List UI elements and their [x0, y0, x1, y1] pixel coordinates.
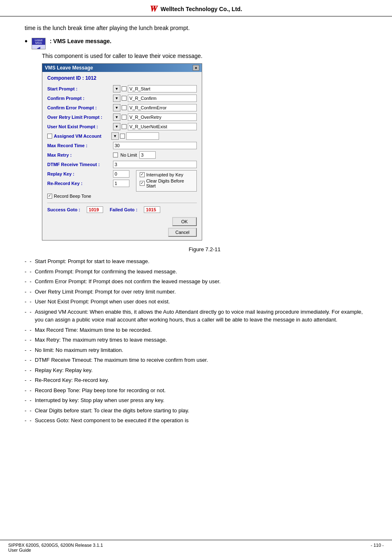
user-not-exist-controls: ▼	[113, 123, 197, 130]
list-item-2: -Confirm Error Prompt: If Prompt does no…	[25, 278, 367, 286]
list-item-4: -User Not Exist Prompt: Prompt when user…	[25, 298, 367, 306]
max-record-input[interactable]	[113, 142, 197, 149]
user-not-exist-dropdown[interactable]: ▼	[113, 123, 120, 130]
dialog-buttons: OK Cancel	[47, 217, 197, 237]
start-prompt-checkbox[interactable]	[122, 86, 127, 91]
success-goto-label: Success Goto :	[47, 207, 80, 212]
over-retry-checkbox[interactable]	[122, 115, 127, 120]
over-retry-row: Over Retry Limit Prompt : ▼	[47, 113, 197, 121]
footer-left: SIPPBX 6200S, 6200GS, 6200N Release 3.1.…	[8, 543, 103, 553]
list-item-11: -Re-Record Key: Re-record key.	[25, 376, 367, 384]
over-retry-dropdown[interactable]: ▼	[113, 113, 120, 121]
record-beep-checkbox[interactable]	[47, 194, 52, 199]
confirm-prompt-dropdown[interactable]: ▼	[113, 95, 120, 102]
record-beep-row: Record Beep Tone	[47, 194, 197, 199]
interrupted-row: Interrupted by Key	[140, 172, 193, 177]
start-prompt-dropdown[interactable]: ▼	[113, 85, 120, 92]
cancel-button[interactable]: Cancel	[168, 228, 197, 237]
confirm-prompt-controls: ▼	[113, 95, 197, 102]
interrupted-label: Interrupted by Key	[146, 172, 183, 177]
list-item-0: -Start Prompt: Prompt for start to leave…	[25, 257, 367, 266]
list-item-15: -Success Goto: Next component to be exec…	[25, 416, 367, 425]
header-title: Welltech Technology Co., Ltd.	[161, 6, 242, 12]
confirm-prompt-row: Confirm Prompt : ▼	[47, 95, 197, 102]
assigned-vm-input[interactable]	[126, 132, 159, 140]
list-item-6: -Max Record Time: Maximum time to be rec…	[25, 326, 367, 334]
ok-button[interactable]: OK	[172, 217, 197, 226]
confirm-error-row: Confirm Error Prompt : ▼	[47, 104, 197, 111]
vms-label: : VMS Leave message.	[50, 38, 111, 44]
over-retry-input[interactable]	[128, 113, 197, 121]
assigned-vm-row: Assigned VM Account ▼	[47, 132, 197, 140]
assigned-vm-dropdown[interactable]: ▼	[111, 132, 119, 140]
intro-text: time is the lunch break time after playi…	[25, 25, 367, 31]
close-button[interactable]: ×	[193, 65, 199, 71]
list-item-1: -Confirm Prompt: Prompt for confirming t…	[25, 268, 367, 276]
max-record-row: Max Record Time :	[47, 142, 197, 149]
footer-product: SIPPBX 6200S, 6200GS, 6200N Release 3.1.…	[8, 543, 103, 548]
no-limit-checkbox[interactable]	[113, 153, 118, 157]
confirm-prompt-label: Confirm Prompt :	[47, 96, 113, 101]
replay-section: Replay Key : Re-Record Key : Interrupted…	[47, 170, 197, 192]
confirm-error-dropdown[interactable]: ▼	[113, 104, 120, 111]
assigned-vm-controls: ▼	[111, 132, 159, 140]
dtmf-input[interactable]	[113, 161, 197, 168]
confirm-error-label: Confirm Error Prompt :	[47, 105, 113, 110]
goto-row: Success Goto : 1019 Failed Goto : 1015	[47, 206, 197, 213]
clear-digits-row: Clear Digits Before Start	[140, 178, 193, 188]
user-not-exist-input[interactable]	[128, 123, 197, 130]
bullet-section: • LeaveMSG ◄ : VMS Leave message.	[25, 38, 367, 49]
footer-guide: User Guide	[8, 548, 103, 553]
list-item-12: -Record Beep Tone: Play beep tone for re…	[25, 386, 367, 395]
over-retry-label: Over Retry Limit Prompt :	[47, 115, 113, 120]
page-footer: SIPPBX 6200S, 6200GS, 6200N Release 3.1.…	[0, 540, 392, 555]
clear-digits-checkbox[interactable]	[140, 181, 145, 186]
figure-caption: Figure 7.2-11	[42, 246, 367, 252]
logo-icon: 𝑾	[150, 4, 157, 14]
confirm-error-checkbox[interactable]	[122, 105, 127, 110]
confirm-prompt-checkbox[interactable]	[122, 96, 127, 101]
replay-row: Replay Key :	[47, 170, 129, 178]
dialog-title: VMS Leave Message	[45, 65, 93, 71]
confirm-error-input[interactable]	[128, 104, 197, 111]
component-desc: This component is used for caller to lea…	[42, 53, 367, 59]
max-retry-row: Max Retry : No Limit	[47, 151, 197, 159]
interrupted-checkbox[interactable]	[140, 172, 145, 177]
max-retry-controls: No Limit	[113, 151, 156, 159]
dtmf-row: DTMF Receive Timeout :	[47, 161, 197, 168]
dtmf-label: DTMF Receive Timeout :	[47, 162, 113, 167]
start-prompt-input[interactable]	[128, 85, 197, 92]
failed-goto-value: 1015	[144, 206, 160, 213]
failed-goto-label: Failed Goto :	[110, 207, 137, 212]
max-record-label: Max Record Time :	[47, 143, 113, 148]
list-item-8: -No limit: No maximum retry limitation.	[25, 346, 367, 354]
rerecord-input[interactable]	[113, 180, 129, 187]
success-goto-value: 1019	[87, 206, 103, 213]
user-not-exist-row: User Not Exist Prompt : ▼	[47, 123, 197, 130]
assigned-vm-label: Assigned VM Account	[54, 134, 111, 139]
user-not-exist-checkbox[interactable]	[122, 124, 127, 129]
assigned-vm-inner-checkbox[interactable]	[120, 134, 125, 139]
user-not-exist-label: User Not Exist Prompt :	[47, 124, 113, 129]
replay-input[interactable]	[113, 170, 129, 178]
footer-page: - 110 -	[371, 543, 384, 553]
start-prompt-controls: ▼	[113, 85, 197, 92]
replay-label: Replay Key :	[47, 171, 113, 176]
rerecord-row: Re-Record Key :	[47, 180, 129, 187]
assigned-vm-checkbox[interactable]	[47, 134, 52, 139]
form-divider	[47, 203, 197, 203]
start-prompt-label: Start Prompt :	[47, 86, 113, 91]
options-box: Interrupted by Key Clear Digits Before S…	[136, 170, 197, 192]
bullet-dot: •	[25, 37, 28, 45]
record-beep-label: Record Beep Tone	[54, 194, 91, 199]
start-prompt-row: Start Prompt : ▼	[47, 85, 197, 92]
confirm-prompt-input[interactable]	[128, 95, 197, 102]
leave-msg-icon: LeaveMSG ◄	[32, 38, 46, 49]
max-retry-input[interactable]	[139, 151, 156, 159]
vms-dialog: VMS Leave Message × Component ID : 1012 …	[42, 63, 202, 240]
list-item-3: -Over Retry Limit Prompt: Prompt for ove…	[25, 288, 367, 296]
main-content: time is the lunch break time after playi…	[0, 16, 392, 435]
over-retry-controls: ▼	[113, 113, 197, 121]
max-retry-label: Max Retry :	[47, 153, 113, 157]
content-list: -Start Prompt: Prompt for start to leave…	[25, 257, 367, 425]
